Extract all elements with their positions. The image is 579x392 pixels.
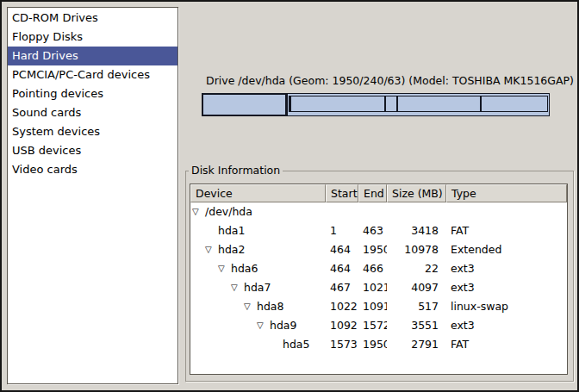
cell-type: FAT [446,335,567,354]
partition-segment-hda8 [385,96,397,112]
cell-start: 1 [326,221,358,240]
cell-size: 2791 [387,335,446,354]
tree-indent [190,307,244,308]
expander-icon[interactable]: ▽ [192,202,205,221]
expander-icon[interactable]: ▽ [205,240,218,259]
disk-information-label: Disk Information [189,164,283,177]
sidebar-item-usb-devices[interactable]: USB devices [8,141,177,160]
cell-type: linux-swap [446,297,567,316]
partition-segment-hda7 [290,96,385,112]
column-header-size-mb[interactable]: Size (MB) [387,184,446,202]
expander-icon[interactable]: ▽ [244,297,257,316]
cell-type: ext3 [446,316,567,335]
cell-start: 1573 [326,335,358,354]
cell-type: FAT [446,221,567,240]
cell-size: 517 [387,297,446,316]
column-header-start[interactable]: Start [326,184,358,202]
partition-segment-hda5 [481,96,548,112]
cell-size: 10978 [387,240,446,259]
partition-bar [202,93,550,116]
disk-table-header: DeviceStartEndSize (MB)Type [190,184,567,202]
tree-indent [190,288,231,289]
sidebar-item-sound-cards[interactable]: Sound cards [8,103,177,122]
cell-start: 1092 [326,316,358,335]
cell-size: 22 [387,259,446,278]
column-header-end[interactable]: End [358,184,387,202]
sidebar-item-pcmcia-pc-card-devices[interactable]: PCMCIA/PC-Card devices [8,65,177,84]
device-name: hda1 [218,221,245,240]
sidebar-item-video-cards[interactable]: Video cards [8,160,177,179]
table-row-hda8[interactable]: ▽hda810221091517linux-swap [190,297,567,316]
table-row-hda2[interactable]: ▽hda2464195010978Extended [190,240,567,259]
table-row-hda7[interactable]: ▽hda746710214097ext3 [190,278,567,297]
sidebar-item-pointing-devices[interactable]: Pointing devices [8,84,177,103]
column-header-device[interactable]: Device [190,184,326,202]
tree-indent [190,231,205,232]
cell-end [358,202,387,221]
table-row-dev-hda[interactable]: ▽/dev/hda [190,202,567,221]
device-name: hda7 [244,278,271,297]
device-name: hda9 [270,316,296,335]
cell-size: 3551 [387,316,446,335]
cell-end: 1091 [358,297,387,316]
table-row-hda9[interactable]: ▽hda9109215723551ext3 [190,316,567,335]
table-row-hda5[interactable]: hda5157319502791FAT [190,335,567,354]
sidebar-item-cd-rom-drives[interactable]: CD-ROM Drives [8,9,177,28]
cell-start: 464 [326,240,358,259]
partition-segment-hda9 [397,96,481,112]
device-name: /dev/hda [205,202,252,221]
expander-icon[interactable]: ▽ [218,259,231,278]
partition-segment-hda1 [202,93,287,116]
cell-end: 1572 [358,316,387,335]
cell-start: 464 [326,259,358,278]
expander-icon[interactable]: ▽ [257,316,270,335]
device-category-list: CD-ROM DrivesFloppy DisksHard DrivesPCMC… [7,7,178,384]
device-name: hda2 [218,240,245,259]
cell-end: 463 [358,221,387,240]
tree-indent [190,345,270,345]
drive-title: Drive /dev/hda (Geom: 1950/240/63) (Mode… [206,74,574,87]
device-name: hda5 [283,335,309,354]
cell-end: 1950 [358,240,387,259]
tree-indent [190,269,218,270]
tree-indent [190,326,257,327]
cell-type: ext3 [446,278,567,297]
sidebar-item-floppy-disks[interactable]: Floppy Disks [8,28,177,47]
hardware-browser-window: CD-ROM DrivesFloppy DisksHard DrivesPCMC… [0,0,579,392]
disk-table-body: ▽/dev/hdahda114633418FAT▽hda246419501097… [190,202,567,354]
table-row-hda6[interactable]: ▽hda646446622ext3 [190,259,567,278]
disk-table: DeviceStartEndSize (MB)Type ▽/dev/hdahda… [190,184,568,375]
cell-start: 1022 [326,297,358,316]
disk-information-frame: Disk Information DeviceStartEndSize (MB)… [185,171,574,382]
table-row-hda1[interactable]: hda114633418FAT [190,221,567,240]
cell-type: Extended [446,240,567,259]
device-name: hda8 [257,297,283,316]
cell-start: 467 [326,278,358,297]
cell-type [446,202,567,221]
cell-start [326,202,358,221]
sidebar-item-system-devices[interactable]: System devices [8,122,177,141]
cell-size: 4097 [387,278,446,297]
cell-type: ext3 [446,259,567,278]
cell-end: 466 [358,259,387,278]
column-header-type[interactable]: Type [446,184,567,202]
tree-indent [190,250,205,251]
cell-size: 3418 [387,221,446,240]
device-name: hda6 [231,259,258,278]
cell-end: 1021 [358,278,387,297]
cell-size [387,202,446,221]
cell-end: 1950 [358,335,387,354]
sidebar-item-hard-drives[interactable]: Hard Drives [8,47,177,65]
expander-icon[interactable]: ▽ [231,278,244,297]
